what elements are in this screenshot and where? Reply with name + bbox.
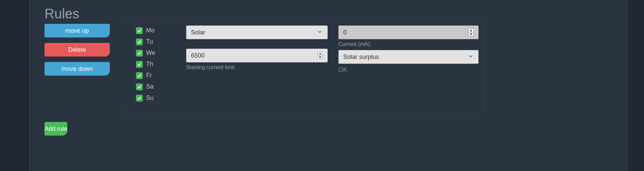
starting-current-value: 6500: [191, 52, 205, 59]
day-label: We: [146, 49, 155, 57]
starting-current-input[interactable]: 6500: [186, 49, 328, 62]
svg-marker-2: [470, 30, 472, 31]
add-rule-slot: Add rule: [45, 122, 110, 136]
day-checkbox-we[interactable]: [136, 50, 143, 57]
rules-panel: Rules move up Delete move down Add rule …: [29, 0, 627, 171]
column-mode: Solar 6500 Starting current limit: [186, 26, 328, 71]
day-label: Th: [146, 61, 153, 68]
add-rule-button[interactable]: Add rule: [45, 122, 67, 136]
mode-select[interactable]: Solar: [186, 26, 328, 39]
day-label: Mo: [146, 27, 155, 34]
delete-button[interactable]: Delete: [45, 43, 110, 57]
day-label: Su: [146, 94, 154, 102]
spinner-icon[interactable]: [468, 29, 474, 36]
day-row-sa: Sa: [136, 83, 155, 90]
svg-marker-3: [470, 33, 472, 35]
day-checkbox-tu[interactable]: [136, 38, 143, 45]
rule-actions: move up Delete move down: [45, 24, 110, 76]
day-checkbox-mo[interactable]: [136, 27, 143, 34]
svg-marker-1: [319, 57, 321, 58]
day-label: Tu: [146, 38, 153, 45]
status-badge: OK: [338, 66, 478, 74]
chevron-down-icon: [317, 29, 323, 36]
day-label: Sa: [146, 83, 154, 90]
day-row-mo: Mo: [136, 27, 155, 34]
day-row-fr: Fr: [136, 72, 155, 79]
day-row-su: Su: [136, 94, 155, 102]
current-ma-value: 0: [343, 29, 347, 36]
mode-select-value: Solar: [191, 29, 205, 36]
current-ma-label: Current (mA),: [338, 41, 478, 47]
move-down-button[interactable]: move down: [45, 62, 110, 76]
current-ma-input[interactable]: 0: [338, 26, 478, 39]
day-label: Fr: [146, 72, 152, 79]
chevron-down-icon: [468, 53, 474, 61]
column-current: 0 Current (mA), Solar surplus OK: [338, 26, 478, 74]
day-row-tu: Tu: [136, 38, 155, 45]
day-checkbox-sa[interactable]: [136, 83, 143, 90]
rule-card: Mo Tu We Th Fr Sa: [120, 19, 484, 112]
surplus-select[interactable]: Solar surplus: [338, 50, 478, 64]
spinner-icon[interactable]: [317, 52, 323, 59]
day-checkbox-th[interactable]: [136, 61, 143, 68]
day-row-we: We: [136, 49, 155, 57]
move-up-button[interactable]: move up: [45, 24, 110, 37]
days-column: Mo Tu We Th Fr Sa: [136, 27, 155, 102]
svg-marker-0: [319, 53, 321, 55]
day-row-th: Th: [136, 61, 155, 68]
day-checkbox-fr[interactable]: [136, 72, 143, 79]
surplus-select-value: Solar surplus: [343, 53, 379, 61]
starting-current-label: Starting current limit: [186, 64, 328, 71]
day-checkbox-su[interactable]: [136, 95, 143, 102]
section-title: Rules: [45, 6, 79, 21]
